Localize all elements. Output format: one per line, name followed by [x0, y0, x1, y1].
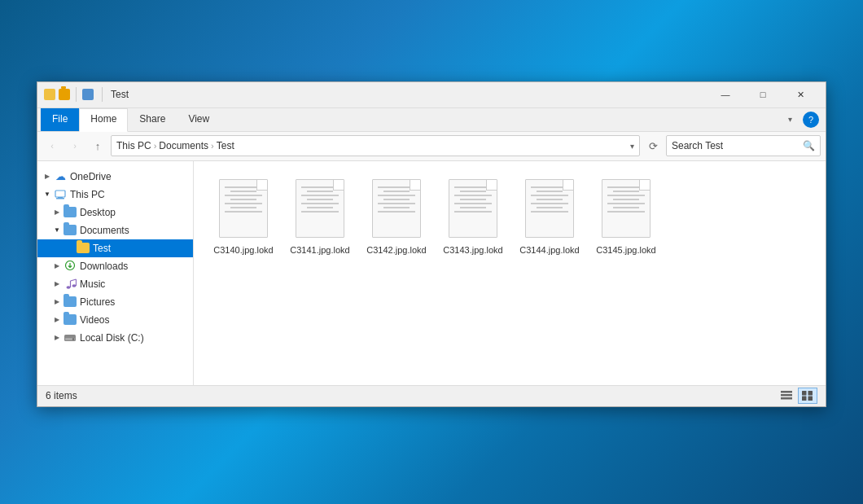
forward-button[interactable]: › [65, 136, 85, 156]
expand-arrow-downloads[interactable]: ▶ [50, 260, 64, 273]
file-item-0[interactable]: C3140.jpg.lokd [207, 169, 280, 262]
main-content: C3140.jpg.lokd C3141.jpg.lokd [194, 161, 826, 385]
sidebar-item-pictures[interactable]: ▶ Pictures [37, 293, 193, 311]
breadcrumb-test[interactable]: Test [217, 140, 234, 151]
expand-arrow-pictures[interactable]: ▶ [50, 296, 64, 309]
sidebar-item-test[interactable]: ▶ Test [37, 239, 193, 257]
breadcrumb-documents[interactable]: Documents [159, 140, 208, 151]
expand-arrow-local-disk[interactable]: ▶ [50, 331, 64, 344]
sidebar-item-music[interactable]: ▶ Music [37, 275, 193, 293]
onedrive-icon: ☁ [54, 170, 67, 183]
sidebar-label-test: Test [93, 243, 111, 254]
file-item-1[interactable]: C3141.jpg.lokd [283, 169, 357, 262]
file-label-1: C3141.jpg.lokd [290, 244, 349, 256]
expand-arrow-onedrive[interactable]: ▶ [41, 170, 54, 183]
divider2 [102, 87, 103, 102]
breadcrumb-this-pc[interactable]: This PC [116, 140, 151, 151]
svg-rect-2 [56, 198, 64, 199]
view-buttons [777, 388, 817, 404]
minimize-button[interactable]: — [707, 81, 744, 107]
search-box[interactable]: 🔍 [666, 135, 821, 156]
file-label-5: C3145.jpg.lokd [596, 244, 655, 256]
breadcrumb-sep-2: › [211, 141, 214, 151]
sidebar-item-local-disk[interactable]: ▶ Local Disk (C:) [37, 329, 193, 347]
svg-rect-0 [55, 191, 65, 197]
svg-point-4 [66, 286, 70, 289]
breadcrumb-sep-1: › [154, 141, 157, 151]
sidebar-label-downloads: Downloads [80, 261, 128, 272]
sidebar: ▶ ☁ OneDrive ▼ This PC [37, 161, 194, 385]
svg-rect-16 [808, 391, 813, 396]
desktop-icon [64, 206, 77, 219]
address-box[interactable]: This PC › Documents › Test ▾ [111, 135, 640, 156]
ribbon-spacer [221, 108, 780, 131]
search-input[interactable] [672, 140, 803, 151]
expand-arrow-music[interactable]: ▶ [50, 278, 64, 291]
svg-rect-14 [781, 397, 792, 400]
view-large-icons-button[interactable] [798, 388, 817, 404]
file-icon-1 [291, 176, 349, 241]
title-bar: Test — □ ✕ [37, 82, 826, 108]
ribbon-tabs: File Home Share View ▾ ? [37, 108, 826, 131]
file-icon-5 [597, 176, 655, 241]
maximize-button[interactable]: □ [744, 81, 782, 107]
title-bar-icons [44, 87, 94, 102]
close-button[interactable]: ✕ [782, 81, 819, 107]
content-area: ▶ ☁ OneDrive ▼ This PC [37, 161, 826, 385]
file-item-3[interactable]: C3143.jpg.lokd [436, 169, 510, 262]
refresh-button[interactable]: ⟳ [643, 136, 663, 156]
quick-access-icon-2 [59, 89, 70, 100]
file-label-3: C3143.jpg.lokd [443, 244, 502, 256]
svg-rect-12 [781, 391, 792, 393]
file-icon-3 [444, 176, 502, 241]
expand-arrow-videos[interactable]: ▶ [50, 313, 64, 327]
sidebar-item-downloads[interactable]: ▶ Downloads [37, 257, 193, 275]
sidebar-item-desktop[interactable]: ▶ Desktop [37, 204, 193, 221]
downloads-icon [64, 260, 77, 273]
tab-view[interactable]: View [177, 108, 221, 131]
videos-icon [64, 313, 77, 327]
music-icon [64, 278, 77, 291]
address-chevron[interactable]: ▾ [630, 142, 634, 151]
up-button[interactable]: ↑ [88, 136, 107, 156]
documents-icon [64, 224, 77, 237]
window-title: Test [111, 89, 702, 100]
sidebar-item-thispc[interactable]: ▼ This PC [37, 186, 193, 204]
sidebar-label-pictures: Pictures [80, 296, 115, 308]
expand-arrow-thispc[interactable]: ▼ [41, 188, 54, 201]
svg-rect-17 [802, 397, 807, 401]
expand-arrow-desktop[interactable]: ▶ [50, 206, 64, 219]
expand-arrow-documents[interactable]: ▼ [50, 224, 64, 237]
local-disk-icon [64, 331, 77, 344]
view-details-button[interactable] [777, 388, 796, 404]
svg-rect-18 [808, 397, 813, 401]
svg-rect-15 [802, 391, 807, 396]
file-label-2: C3142.jpg.lokd [366, 244, 426, 256]
file-explorer-window: Test — □ ✕ File Home Share View ▾ ? ‹ › … [37, 81, 826, 407]
sidebar-item-documents[interactable]: ▼ Documents [37, 221, 193, 239]
file-item-2[interactable]: C3142.jpg.lokd [360, 169, 433, 262]
tab-home[interactable]: Home [79, 108, 128, 132]
file-label-4: C3144.jpg.lokd [519, 244, 579, 256]
sidebar-item-videos[interactable]: ▶ Videos [37, 311, 193, 329]
ribbon-collapse-btn[interactable]: ▾ [780, 108, 799, 131]
tab-share[interactable]: Share [128, 108, 177, 131]
sidebar-label-onedrive: OneDrive [70, 171, 112, 182]
thispc-icon [54, 188, 67, 201]
sidebar-label-local-disk: Local Disk (C:) [80, 332, 144, 344]
divider [76, 87, 77, 102]
file-icon-2 [367, 176, 426, 241]
window-controls: — □ ✕ [707, 81, 819, 107]
file-item-5[interactable]: C3145.jpg.lokd [589, 169, 663, 262]
file-label-0: C3140.jpg.lokd [213, 244, 273, 256]
ribbon: File Home Share View ▾ ? [37, 108, 826, 132]
sidebar-item-onedrive[interactable]: ▶ ☁ OneDrive [37, 168, 193, 186]
search-icon[interactable]: 🔍 [803, 140, 815, 151]
tab-file[interactable]: File [41, 108, 79, 131]
svg-point-11 [72, 338, 74, 340]
file-item-4[interactable]: C3144.jpg.lokd [513, 169, 586, 262]
test-folder-icon [77, 242, 90, 255]
help-button[interactable]: ? [803, 112, 819, 128]
sidebar-label-desktop: Desktop [80, 207, 116, 218]
back-button[interactable]: ‹ [42, 136, 62, 156]
